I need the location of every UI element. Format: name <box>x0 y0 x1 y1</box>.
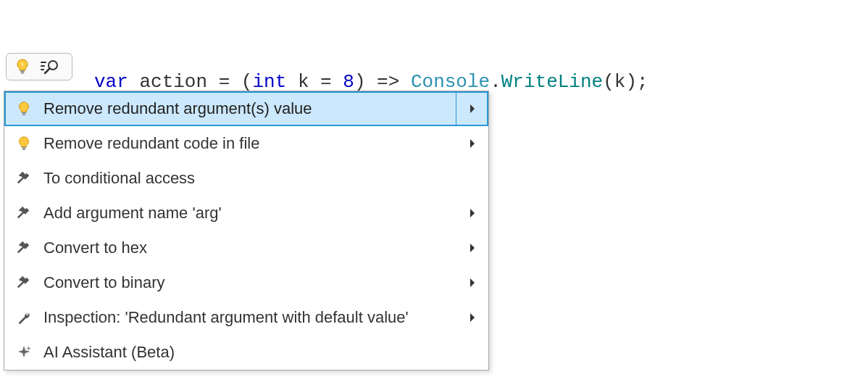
menu-item-convert-to-hex[interactable]: Convert to hex <box>4 231 488 265</box>
svg-rect-1 <box>21 72 25 74</box>
menu-item-label: Inspection: 'Redundant argument with def… <box>43 308 456 327</box>
submenu-arrow-icon <box>456 243 488 253</box>
hammer-icon <box>4 170 43 186</box>
menu-item-label: Convert to hex <box>43 239 456 257</box>
menu-item-to-conditional-access[interactable]: To conditional access <box>4 161 488 196</box>
keyword-var: var <box>94 71 128 93</box>
svg-rect-9 <box>22 147 26 149</box>
menu-item-inspection-redundant-argument[interactable]: Inspection: 'Redundant argument with def… <box>4 300 488 335</box>
menu-item-label: Convert to binary <box>43 273 456 292</box>
svg-rect-7 <box>22 112 26 114</box>
keyword-int: int <box>252 71 286 93</box>
quick-fix-widget[interactable] <box>6 53 72 80</box>
svg-rect-8 <box>22 114 26 115</box>
menu-item-remove-redundant-argument[interactable]: Remove redundant argument(s) value <box>4 91 488 126</box>
svg-rect-10 <box>22 149 26 150</box>
lightbulb-icon <box>4 136 43 152</box>
submenu-arrow-icon <box>456 138 488 149</box>
submenu-arrow-icon <box>456 312 488 323</box>
menu-item-label: Remove redundant argument(s) value <box>43 99 456 118</box>
hammer-icon <box>4 240 43 256</box>
menu-item-add-argument-name[interactable]: Add argument name 'arg' <box>4 196 488 231</box>
svg-rect-0 <box>20 70 25 72</box>
submenu-arrow-icon <box>456 208 488 218</box>
lightbulb-icon <box>4 101 43 117</box>
hammer-icon <box>4 205 43 221</box>
menu-item-ai-assistant[interactable]: AI Assistant (Beta) <box>4 335 488 370</box>
method-writeline: WriteLine <box>501 71 603 93</box>
menu-item-remove-redundant-code[interactable]: Remove redundant code in file <box>4 126 488 161</box>
lightbulb-icon <box>14 58 31 75</box>
svg-line-3 <box>45 69 49 73</box>
submenu-arrow-icon <box>456 104 488 114</box>
wrench-icon <box>4 310 43 326</box>
inspect-icon <box>40 58 62 75</box>
menu-item-label: AI Assistant (Beta) <box>43 343 456 362</box>
menu-item-label: Remove redundant code in file <box>43 134 456 153</box>
sparkle-icon <box>4 344 43 360</box>
menu-item-label: Add argument name 'arg' <box>43 204 456 223</box>
hammer-icon <box>4 275 43 291</box>
type-console: Console <box>411 71 490 93</box>
submenu-arrow-icon <box>456 278 488 288</box>
context-actions-menu: Remove redundant argument(s) value Remov… <box>4 91 489 370</box>
menu-item-convert-to-binary[interactable]: Convert to binary <box>4 265 488 300</box>
menu-item-label: To conditional access <box>43 169 456 188</box>
